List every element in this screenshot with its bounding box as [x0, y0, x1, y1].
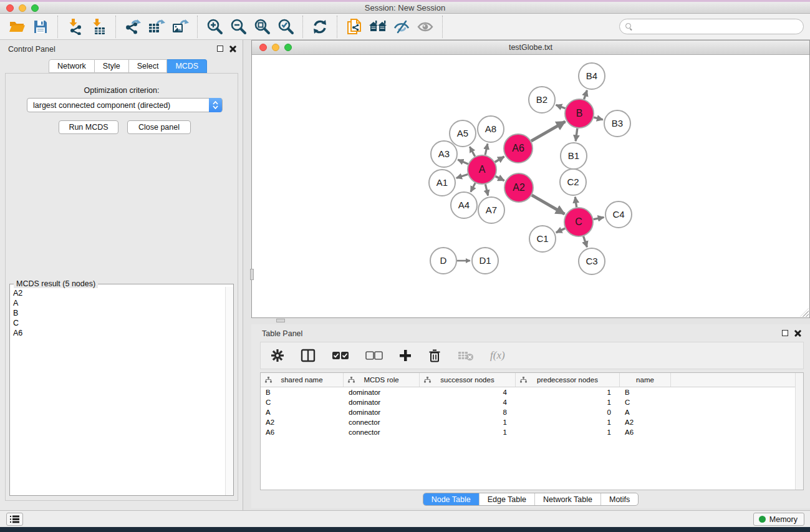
edge-A-A6[interactable]: [495, 157, 504, 162]
import-network-button[interactable]: [63, 16, 87, 37]
edge-B-B1[interactable]: [576, 128, 577, 141]
show-column-panel-button[interactable]: [301, 349, 316, 362]
network-window-titlebar[interactable]: testGlobe.txt: [252, 41, 809, 55]
table-row[interactable]: Cdominator41C: [261, 397, 795, 407]
tab-mcds[interactable]: MCDS: [167, 59, 207, 73]
edge-A6-B[interactable]: [531, 122, 566, 141]
table-cell[interactable]: 0: [516, 407, 620, 417]
tab-edge-table[interactable]: Edge Table: [479, 493, 534, 505]
tab-motifs[interactable]: Motifs: [600, 493, 638, 505]
mcds-result-list[interactable]: A2ABCA6: [11, 288, 224, 495]
table-cell[interactable]: C: [620, 397, 671, 407]
close-panel-icon[interactable]: [229, 45, 236, 52]
graph-node-A1[interactable]: A1: [429, 170, 455, 196]
edge-C-C3[interactable]: [584, 236, 587, 247]
table-row[interactable]: A6connector11A6: [261, 427, 795, 437]
graph-node-C3[interactable]: C3: [579, 248, 605, 274]
search-input[interactable]: [632, 21, 803, 33]
hide-graphics-details-button[interactable]: [390, 16, 413, 37]
graph-node-B2[interactable]: B2: [529, 87, 555, 113]
export-network-button[interactable]: [121, 16, 145, 37]
edge-A-A4[interactable]: [471, 183, 475, 191]
vertical-splitter-handle[interactable]: [250, 269, 254, 280]
table-cell[interactable]: 1: [516, 427, 620, 437]
table-cell[interactable]: dominator: [344, 397, 420, 407]
tab-style[interactable]: Style: [95, 59, 129, 73]
graph-node-D[interactable]: D: [430, 248, 456, 274]
mcds-result-scrollbar[interactable]: [225, 287, 233, 495]
show-graphics-details-button[interactable]: [413, 16, 437, 37]
edge-A-A3[interactable]: [458, 160, 468, 164]
edge-C-C1[interactable]: [556, 228, 565, 233]
graph-node-B1[interactable]: B1: [561, 143, 587, 169]
mcds-result-item[interactable]: A2: [11, 288, 224, 298]
table-cell[interactable]: A: [620, 407, 671, 417]
table-row[interactable]: Bdominator41B: [261, 387, 795, 397]
graph-node-A3[interactable]: A3: [431, 141, 457, 167]
graph-node-C2[interactable]: C2: [560, 169, 586, 195]
graph-node-A[interactable]: A: [468, 155, 496, 184]
clone-network-button[interactable]: [342, 16, 366, 37]
deselect-all-button[interactable]: [365, 351, 383, 360]
zoom-out-button[interactable]: [226, 16, 250, 37]
zoom-in-button[interactable]: [203, 16, 226, 37]
table-cell[interactable]: 4: [420, 397, 516, 407]
delete-columns-button[interactable]: [428, 349, 441, 362]
graph-node-B4[interactable]: B4: [579, 63, 605, 89]
table-row[interactable]: A2connector11A2: [261, 417, 795, 427]
tab-network[interactable]: Network: [49, 59, 95, 73]
edge-A-A2[interactable]: [496, 177, 504, 181]
edge-A-A1[interactable]: [456, 174, 468, 178]
tab-select[interactable]: Select: [129, 59, 168, 73]
graph-node-C[interactable]: C: [564, 208, 593, 236]
tab-network-table[interactable]: Network Table: [534, 493, 600, 505]
edge-A-A7[interactable]: [485, 184, 488, 195]
mcds-result-item[interactable]: A: [11, 298, 224, 308]
graph-node-B[interactable]: B: [565, 99, 594, 128]
import-table-button[interactable]: [87, 16, 110, 37]
task-history-button[interactable]: [6, 513, 23, 526]
graph-node-D1[interactable]: D1: [472, 248, 498, 274]
edge-B-B4[interactable]: [584, 90, 587, 99]
table-cell[interactable]: connector: [344, 417, 420, 427]
export-image-button[interactable]: [168, 16, 192, 37]
tab-node-table[interactable]: Node Table: [423, 493, 479, 505]
table-cell[interactable]: B: [620, 387, 671, 397]
select-all-button[interactable]: [332, 351, 349, 360]
home-view-button[interactable]: [366, 16, 390, 37]
mcds-result-item[interactable]: C: [11, 318, 224, 328]
refresh-view-button[interactable]: [308, 16, 332, 37]
table-cell[interactable]: 4: [420, 387, 516, 397]
table-cell[interactable]: A: [261, 407, 344, 417]
network-canvas[interactable]: B4B2BB3A5A8A6B1A3AC2A1A2A4A7C4CC1DD1C3: [252, 55, 809, 317]
table-cell[interactable]: 1: [516, 387, 620, 397]
column-header-shared-name[interactable]: shared name: [261, 373, 344, 387]
table-cell[interactable]: A2: [261, 417, 344, 427]
table-cell[interactable]: 8: [420, 407, 516, 417]
graph-node-C4[interactable]: C4: [605, 201, 632, 228]
search-field[interactable]: [619, 19, 804, 34]
table-cell[interactable]: dominator: [344, 387, 420, 397]
table-scrollbar[interactable]: [795, 373, 803, 490]
column-header-name[interactable]: name: [620, 373, 671, 387]
function-builder-button[interactable]: f(x): [490, 349, 505, 362]
edge-A-A8[interactable]: [485, 143, 488, 155]
network-graph[interactable]: B4B2BB3A5A8A6B1A3AC2A1A2A4A7C4CC1DD1C3: [252, 55, 809, 317]
criterion-dropdown[interactable]: largest connected component (directed): [27, 98, 223, 112]
table-cell[interactable]: 1: [516, 397, 620, 407]
graph-node-A8[interactable]: A8: [478, 116, 504, 142]
table-cell[interactable]: A2: [620, 417, 671, 427]
delete-table-button[interactable]: [458, 350, 474, 361]
table-cell[interactable]: dominator: [344, 407, 420, 417]
graph-node-C1[interactable]: C1: [529, 226, 556, 252]
table-cell[interactable]: 1: [420, 427, 516, 437]
column-header-predecessor-nodes[interactable]: predecessor nodes: [516, 373, 620, 387]
table-settings-button[interactable]: [271, 349, 284, 362]
mcds-result-item[interactable]: B: [11, 308, 224, 318]
table-cell[interactable]: A6: [620, 427, 671, 437]
memory-button[interactable]: Memory: [753, 513, 804, 526]
table-close-panel-icon[interactable]: [794, 329, 801, 336]
graph-node-A5[interactable]: A5: [450, 120, 476, 147]
column-header-successor-nodes[interactable]: successor nodes: [420, 373, 516, 387]
edge-B-B2[interactable]: [556, 105, 566, 108]
